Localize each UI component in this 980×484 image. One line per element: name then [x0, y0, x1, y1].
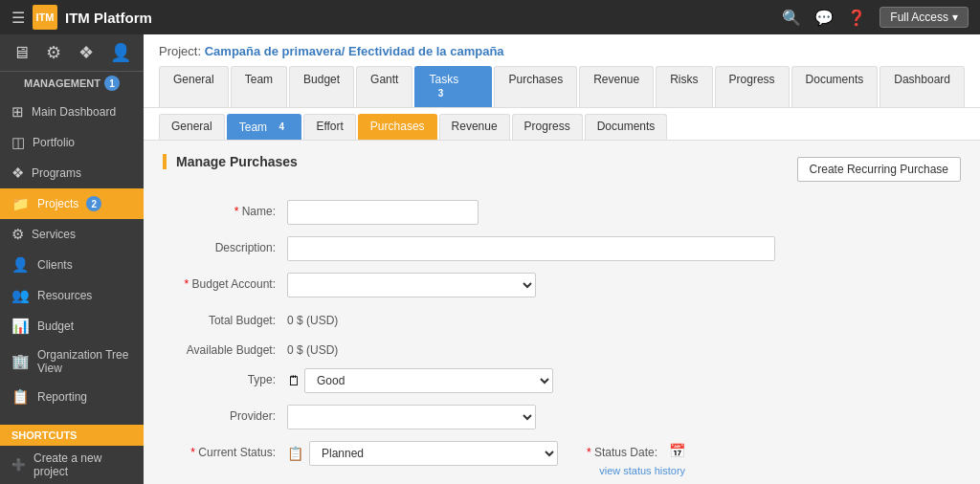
sidebar-icon-monitor[interactable]: 🖥 — [12, 43, 30, 63]
available-budget-value: 0 $ (USD) — [287, 339, 338, 357]
tab-risks[interactable]: Risks — [656, 66, 712, 107]
sidebar-item-label: Main Dashboard — [32, 105, 116, 119]
tab-team[interactable]: Team — [231, 66, 287, 107]
tab-revenue[interactable]: Revenue — [579, 66, 654, 107]
sidebar: 🖥 ⚙ ❖ 👤 MANAGEMENT 1 ⊞ Main Dashboard ◫ — [0, 34, 144, 484]
help-icon[interactable]: ❓ — [847, 9, 866, 27]
name-label: Name: — [163, 200, 287, 218]
sidebar-icon-person[interactable]: 👤 — [110, 42, 131, 63]
description-label: Description: — [163, 236, 287, 254]
sidebar-icon-settings[interactable]: ⚙ — [46, 42, 61, 63]
settings-icon: ⚙ — [46, 42, 61, 63]
monitor-icon: 🖥 — [12, 43, 30, 63]
budget-icon: 📊 — [11, 318, 30, 335]
status-icon: 📋 — [287, 446, 303, 461]
hamburger-menu[interactable]: ☰ — [11, 9, 25, 27]
project-title: Project: Campaña de primavera/ Efectivid… — [159, 44, 965, 58]
section-title-manage-purchases: Manage Purchases — [163, 154, 298, 169]
top-header: ☰ ITM ITM Platform 🔍 💬 ❓ Full Access ▾ — [0, 0, 980, 34]
sidebar-item-services[interactable]: ⚙ Services — [0, 219, 144, 250]
sidebar-item-label: Services — [32, 228, 76, 241]
tab-gantt[interactable]: Gantt — [356, 66, 412, 107]
provider-select[interactable] — [287, 405, 536, 429]
tasks-badge: 3 — [433, 85, 448, 100]
tab-budget[interactable]: Budget — [289, 66, 354, 107]
sidebar-item-projects[interactable]: 📁 Projects 2 — [0, 188, 144, 219]
type-select-wrap: 🗒 Good — [287, 368, 553, 393]
budget-account-select[interactable] — [287, 273, 536, 297]
tab-dashboard[interactable]: Dashboard — [880, 66, 965, 107]
search-icon[interactable]: 🔍 — [782, 9, 801, 27]
status-date-label: Status Date: — [587, 441, 663, 459]
subtab-progress[interactable]: Progress — [512, 114, 583, 140]
sidebar-item-clients[interactable]: 👤 Clients — [0, 250, 144, 280]
sidebar-item-label: Organization Tree View — [37, 348, 132, 375]
header-right: 🔍 💬 ❓ Full Access ▾ — [782, 7, 969, 28]
provider-row: Provider: — [163, 405, 961, 429]
sidebar-item-label: Resources — [37, 289, 92, 302]
subtab-effort[interactable]: Effort — [303, 114, 355, 140]
sidebar-item-org-tree[interactable]: 🏢 Organization Tree View — [0, 341, 144, 382]
status-date-group: Status Date: 📅 view status history — [587, 441, 685, 476]
sidebar-icons-row: 🖥 ⚙ ❖ 👤 — [0, 34, 144, 72]
tab-tasks[interactable]: Tasks 3 — [414, 66, 492, 107]
sidebar-shortcut-create-project[interactable]: ➕ Create a new project — [0, 446, 144, 484]
subtab-purchases[interactable]: Purchases — [358, 114, 437, 140]
management-label: MANAGEMENT 1 — [0, 72, 144, 97]
sidebar-item-budget[interactable]: 📊 Budget — [0, 311, 144, 341]
tab-purchases[interactable]: Purchases — [494, 66, 577, 107]
available-budget-label: Available Budget: — [163, 339, 287, 357]
sidebar-item-resources[interactable]: 👥 Resources — [0, 280, 144, 311]
header-left: ☰ ITM ITM Platform — [11, 5, 152, 30]
type-row: Type: 🗒 Good — [163, 368, 961, 393]
primary-tab-row: General Team Budget Gantt Tasks 3 Purcha… — [159, 66, 965, 107]
calendar-icon[interactable]: 📅 — [669, 443, 685, 458]
name-row: Name: — [163, 200, 961, 225]
tab-progress[interactable]: Progress — [715, 66, 790, 107]
form-content: Manage Purchases Create Recurring Purcha… — [144, 141, 980, 484]
sidebar-item-portfolio[interactable]: ◫ Portfolio — [0, 127, 144, 158]
available-budget-row: Available Budget: 0 $ (USD) — [163, 339, 961, 357]
chat-icon[interactable]: 💬 — [814, 9, 834, 27]
content-area: Project: Campaña de primavera/ Efectivid… — [144, 34, 980, 484]
budget-account-label: Budget Account: — [163, 273, 287, 291]
sidebar-item-main-dashboard[interactable]: ⊞ Main Dashboard — [0, 97, 144, 127]
description-row: Description: — [163, 236, 961, 261]
app-logo: ITM — [33, 5, 57, 30]
type-select[interactable]: Good — [304, 368, 553, 393]
subtab-general[interactable]: General — [159, 114, 225, 140]
total-budget-label: Total Budget: — [163, 309, 287, 327]
subtab-team[interactable]: Team 4 — [227, 114, 302, 140]
sidebar-icon-diamond[interactable]: ❖ — [78, 42, 94, 63]
sidebar-nav: ⊞ Main Dashboard ◫ Portfolio ❖ Programs … — [0, 97, 144, 425]
subtab-revenue[interactable]: Revenue — [439, 114, 510, 140]
current-status-select[interactable]: Planned — [309, 441, 558, 466]
subtab-documents[interactable]: Documents — [585, 114, 668, 140]
type-label: Type: — [163, 368, 287, 386]
reporting-icon: 📋 — [11, 388, 30, 406]
view-status-history-link[interactable]: view status history — [599, 465, 685, 476]
sidebar-item-programs[interactable]: ❖ Programs — [0, 158, 144, 188]
dashboard-icon: ⊞ — [11, 103, 24, 121]
current-status-label: Current Status: — [163, 441, 287, 459]
description-input[interactable] — [287, 236, 775, 261]
org-tree-icon: 🏢 — [11, 353, 30, 370]
tab-documents[interactable]: Documents — [791, 66, 879, 107]
access-button[interactable]: Full Access ▾ — [880, 7, 969, 28]
secondary-tab-row: General Team 4 Effort Purchases Revenue … — [144, 108, 980, 141]
total-budget-row: Total Budget: 0 $ (USD) — [163, 309, 961, 327]
sidebar-item-reporting[interactable]: 📋 Reporting — [0, 382, 144, 412]
tab-general[interactable]: General — [159, 66, 229, 107]
sidebar-item-label: Projects — [37, 197, 78, 210]
services-icon: ⚙ — [11, 226, 24, 243]
project-name: Campaña de primavera/ Efectividad de la … — [205, 44, 504, 58]
projects-icon: 📁 — [11, 195, 30, 212]
app-title: ITM Platform — [65, 10, 152, 26]
resources-icon: 👥 — [11, 287, 30, 304]
shortcuts-label: SHORTCUTS — [0, 425, 144, 446]
create-recurring-purchase-button[interactable]: Create Recurring Purchase — [797, 157, 961, 182]
shortcut-label: Create a new project — [33, 451, 132, 478]
name-input[interactable] — [287, 200, 479, 225]
project-label: Project: — [159, 44, 201, 58]
type-icon: 🗒 — [287, 373, 301, 388]
